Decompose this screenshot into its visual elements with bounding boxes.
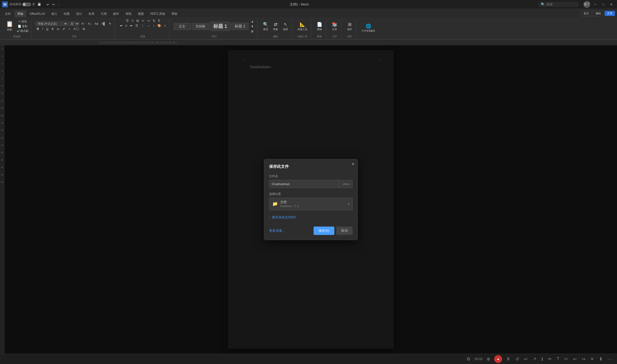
- tab-pdf[interactable]: PDF工具箱: [147, 10, 168, 17]
- tab-review[interactable]: 审阅: [123, 10, 134, 17]
- tab-view[interactable]: 视图: [135, 10, 147, 17]
- record-button[interactable]: ●: [494, 355, 502, 363]
- user-avatar[interactable]: 健丁: [583, 1, 590, 8]
- shading-button[interactable]: 🎨: [156, 23, 162, 28]
- close-bottom-button[interactable]: ✕: [589, 355, 595, 363]
- download-button[interactable]: ⬇: [598, 355, 604, 363]
- cut-button[interactable]: ✂ 剪切: [16, 19, 29, 24]
- expand-bottom-button[interactable]: ⊕: [486, 355, 491, 363]
- comments-button[interactable]: 批注: [581, 11, 592, 16]
- scissors-button[interactable]: ✄: [563, 355, 569, 363]
- strikethrough-button[interactable]: S̶: [50, 27, 55, 31]
- tab-help[interactable]: 帮助: [169, 10, 180, 17]
- templates-button[interactable]: 📄 模板: [315, 21, 324, 32]
- distribute-button[interactable]: ↔: [146, 23, 151, 28]
- sort-button[interactable]: ⇅: [151, 19, 156, 23]
- align-left-button[interactable]: ⬅: [119, 23, 124, 28]
- tab-officeplus[interactable]: OfficePLUS: [27, 10, 48, 17]
- align-right-button[interactable]: ➡: [129, 23, 134, 28]
- justify-button[interactable]: ☰: [134, 23, 139, 28]
- edit-button[interactable]: 编辑: [593, 11, 604, 16]
- typesetting-tools-button[interactable]: 📐 排版工具: [296, 21, 309, 32]
- clear-format-button[interactable]: ✕: [107, 21, 112, 26]
- pen-button[interactable]: ✏: [547, 355, 553, 363]
- style-normal[interactable]: 正文: [173, 23, 191, 30]
- subscript-button[interactable]: x₂: [56, 27, 61, 31]
- line-spacing-button[interactable]: ↕: [152, 23, 156, 28]
- undo-bottom-button[interactable]: ↩: [523, 355, 529, 363]
- styles-expand[interactable]: ⊞: [250, 29, 255, 34]
- numbered-list-button[interactable]: ≡: [130, 19, 135, 23]
- border-button[interactable]: □: [163, 23, 167, 28]
- document-area[interactable]: ⌐ ¬ Dsadsadsad ↵ 保存此文件 ✕ 文件名 .docx 选择位置 …: [4, 45, 617, 354]
- font-color-button[interactable]: A: [67, 27, 72, 31]
- styles-scroll-down[interactable]: ▼: [250, 24, 255, 29]
- superscript-button[interactable]: x²: [62, 27, 66, 31]
- undo2-button[interactable]: ↩: [572, 355, 578, 363]
- grow-font-button[interactable]: A↑: [80, 21, 86, 26]
- tab-mailings[interactable]: 邮件: [110, 10, 122, 17]
- filename-input[interactable]: [269, 180, 340, 188]
- style-no-space[interactable]: 无间隔: [192, 23, 209, 30]
- settings-bottom-button[interactable]: ⚙: [466, 355, 471, 363]
- tab-draw[interactable]: 绘图: [61, 10, 73, 17]
- share-button[interactable]: 共享: [605, 11, 615, 16]
- change-case-button[interactable]: Aa: [93, 21, 100, 26]
- multilevel-list-button[interactable]: ⊞: [135, 19, 140, 23]
- library-button[interactable]: 📚 文库: [330, 21, 339, 32]
- decrease-indent-button[interactable]: ⇐: [141, 19, 146, 23]
- tab-design[interactable]: 设计: [73, 10, 85, 17]
- save-confirm-button[interactable]: 保存(S): [314, 227, 334, 235]
- select-button[interactable]: ↖ 选择: [281, 21, 290, 32]
- italic-button[interactable]: I: [41, 27, 44, 31]
- tab-layout[interactable]: 布局: [85, 10, 97, 17]
- text-button[interactable]: T: [556, 355, 560, 363]
- paste-button[interactable]: 📋 粘贴: [4, 19, 15, 33]
- style-heading2[interactable]: 标题 2: [231, 23, 249, 30]
- add-column-button[interactable]: ⊞ 加栏: [345, 21, 354, 32]
- share-section[interactable]: › 要共享此文件吗?: [269, 214, 353, 221]
- find-button[interactable]: 🔍 查找: [261, 21, 270, 32]
- pause-button[interactable]: ⏸: [505, 355, 511, 363]
- dialog-close-button[interactable]: ✕: [351, 162, 355, 166]
- save-button[interactable]: 💾: [37, 2, 42, 6]
- location-selector[interactable]: 📁 文档 OneDrive - 个人 ▾: [269, 198, 353, 210]
- font-name-select[interactable]: 等线 (中文正文): [36, 21, 68, 26]
- char-shading-button[interactable]: A⬛: [72, 27, 81, 31]
- style-heading1[interactable]: 标题 1: [210, 22, 231, 31]
- bullet-list-button[interactable]: ☰: [125, 19, 130, 23]
- styles-scroll-up[interactable]: ▲: [250, 19, 255, 24]
- tab-home[interactable]: 开始: [14, 10, 26, 17]
- search-input[interactable]: [546, 2, 576, 6]
- restore-button[interactable]: □: [600, 2, 607, 7]
- highlight-button[interactable]: A▌: [100, 21, 107, 26]
- undo-button[interactable]: ↩: [45, 2, 50, 7]
- tab-insert[interactable]: 插入: [48, 10, 60, 17]
- underline-button[interactable]: U: [45, 27, 50, 31]
- refresh-bottom-button[interactable]: ↺: [514, 355, 520, 363]
- autosave-toggle[interactable]: [22, 2, 31, 6]
- more-bottom-button[interactable]: ⋯: [607, 355, 613, 363]
- font-settings-button[interactable]: ⊕: [81, 27, 86, 31]
- show-marks-button[interactable]: ¶: [157, 19, 161, 23]
- close-button[interactable]: ✕: [608, 2, 615, 7]
- replace-button[interactable]: ⇄ 替换: [271, 21, 280, 32]
- format-paint-button[interactable]: 🖌 格式刷: [16, 29, 29, 33]
- minimize-button[interactable]: ─: [592, 2, 599, 7]
- tab-references[interactable]: 引用: [98, 10, 110, 17]
- translate-button[interactable]: 🌐 打开有道翻译: [360, 22, 377, 34]
- more-options-button[interactable]: 更多选项...: [269, 229, 285, 233]
- redo-button[interactable]: ↪: [51, 2, 56, 7]
- bold-button[interactable]: B: [36, 27, 40, 31]
- copy-button[interactable]: 📄 复制: [16, 24, 29, 28]
- redo2-button[interactable]: ↪: [581, 355, 586, 363]
- tab-file[interactable]: 文件: [2, 10, 14, 17]
- arrow-bottom-button[interactable]: ↗: [532, 355, 537, 363]
- increase-indent-button[interactable]: ⇒: [146, 19, 151, 23]
- info-button[interactable]: ℹ: [540, 355, 544, 363]
- shrink-font-button[interactable]: A↓: [87, 21, 93, 26]
- cancel-button[interactable]: 取消: [336, 227, 353, 235]
- col-justify-button[interactable]: ⋮: [140, 23, 145, 28]
- align-center-button[interactable]: ≡: [124, 23, 128, 28]
- font-size-select[interactable]: 五号: [68, 21, 79, 26]
